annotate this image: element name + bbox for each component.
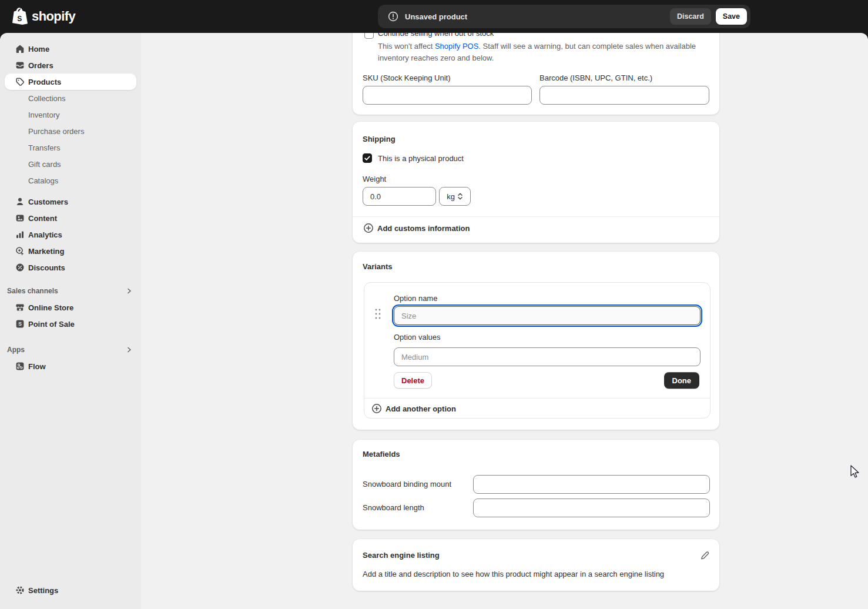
discard-button[interactable]: Discard	[670, 8, 711, 25]
sidebar-item-label: Analytics	[28, 230, 62, 239]
option-values-label: Option values	[394, 333, 441, 342]
sidebar-item-label: Discounts	[28, 263, 65, 272]
sidebar-item-label: Marketing	[28, 247, 64, 256]
sidebar-item-flow[interactable]: Flow	[5, 358, 136, 374]
done-button[interactable]: Done	[664, 372, 700, 389]
sidebar-item-label: Online Store	[28, 303, 73, 312]
add-customs-label: Add customs information	[377, 224, 470, 233]
chevron-right-icon	[126, 287, 133, 295]
option-name-label: Option name	[394, 294, 437, 303]
home-icon	[15, 44, 25, 53]
sidebar-section-sales-channels[interactable]: Sales channels	[0, 283, 141, 299]
sidebar-item-label: Content	[28, 214, 57, 223]
weight-input[interactable]	[363, 187, 436, 206]
discard-label: Discard	[677, 12, 704, 21]
physical-product-label: This is a physical product	[378, 154, 464, 163]
sidebar-item-purchase-orders[interactable]: Purchase orders	[5, 123, 136, 139]
flow-icon	[15, 362, 25, 371]
snowboard-binding-mount-input[interactable]	[473, 475, 710, 494]
sidebar-item-label: Home	[28, 45, 49, 53]
chevron-right-icon	[126, 346, 133, 353]
sidebar-item-label: Products	[28, 78, 61, 86]
content-icon	[15, 213, 25, 223]
settings-icon	[15, 585, 25, 595]
section-label: Apps	[7, 346, 25, 354]
sidebar-item-content[interactable]: Content	[5, 210, 136, 226]
sidebar-item-catalogs[interactable]: Catalogs	[5, 172, 136, 189]
sidebar-item-label: Orders	[28, 61, 53, 70]
discounts-icon	[15, 263, 25, 272]
weight-unit-select[interactable]: kg	[439, 187, 471, 206]
delete-label: Delete	[401, 376, 424, 385]
shipping-card: Shipping This is a physical product Weig…	[353, 122, 719, 243]
alert-icon	[387, 11, 399, 22]
pos-note-before: This won't affect	[378, 42, 435, 51]
delete-option-button[interactable]: Delete	[394, 372, 432, 389]
sku-input[interactable]	[363, 86, 532, 105]
metafields-title: Metafields	[363, 450, 400, 459]
shipping-divider	[353, 216, 719, 217]
save-button[interactable]: Save	[716, 8, 747, 25]
option-value-input[interactable]	[394, 347, 701, 366]
variant-option-editor: Option name Option values Delete Done Ad…	[364, 282, 711, 419]
add-another-option-button[interactable]: Add another option	[371, 403, 456, 414]
variants-card: Variants Option name Option values Delet…	[353, 252, 719, 430]
sku-label: SKU (Stock Keeping Unit)	[363, 73, 451, 82]
sidebar-item-transfers[interactable]: Transfers	[5, 139, 136, 156]
sidebar-item-home[interactable]: Home	[5, 41, 136, 57]
metafield-label: Snowboard binding mount	[363, 475, 451, 494]
sidebar-item-label: Purchase orders	[28, 127, 84, 136]
sidebar-section-apps[interactable]: Apps	[0, 342, 141, 358]
shopify-pos-link[interactable]: Shopify POS	[435, 42, 478, 51]
seo-card: Search engine listing Add a title and de…	[353, 539, 719, 591]
option-name-input[interactable]	[394, 306, 701, 325]
section-label: Sales channels	[7, 287, 58, 295]
plus-circle-icon	[371, 403, 382, 414]
point-of-sale-icon: S	[15, 319, 25, 329]
sidebar-item-orders[interactable]: Orders	[5, 57, 136, 73]
weight-unit-value: kg	[447, 192, 455, 201]
sidebar-item-label: Point of Sale	[28, 320, 75, 329]
sidebar-item-label: Inventory	[28, 111, 59, 119]
sidebar-item-label: Transfers	[28, 143, 60, 152]
banner-message: Unsaved product	[405, 12, 670, 21]
edit-seo-button[interactable]	[698, 549, 711, 562]
svg-text:S: S	[18, 321, 22, 327]
sidebar-item-online-store[interactable]: Online Store	[5, 299, 136, 316]
sidebar-item-products[interactable]: Products	[5, 73, 136, 90]
pencil-icon	[700, 551, 709, 560]
customers-icon	[15, 197, 25, 206]
barcode-input[interactable]	[539, 86, 709, 105]
shopify-logo[interactable]: S shopify	[12, 8, 75, 25]
shopify-wordmark: shopify	[32, 9, 75, 24]
products-icon	[15, 77, 25, 86]
sidebar-item-point-of-sale[interactable]: S Point of Sale	[5, 316, 136, 332]
sidebar-item-discounts[interactable]: Discounts	[5, 259, 136, 276]
sidebar-item-inventory[interactable]: Inventory	[5, 106, 136, 123]
sidebar-item-label: Gift cards	[28, 160, 61, 169]
sidebar-item-gift-cards[interactable]: Gift cards	[5, 156, 136, 172]
sidebar-item-settings[interactable]: Settings	[5, 582, 136, 598]
sidebar-item-label: Flow	[28, 362, 46, 371]
analytics-icon	[15, 230, 25, 239]
variants-title: Variants	[363, 262, 393, 271]
checkmark-icon	[364, 155, 371, 162]
snowboard-length-input[interactable]	[473, 498, 710, 517]
barcode-label: Barcode (ISBN, UPC, GTIN, etc.)	[539, 73, 652, 82]
done-label: Done	[672, 376, 692, 385]
sidebar-item-marketing[interactable]: Marketing	[5, 243, 136, 259]
drag-handle-icon[interactable]	[374, 307, 382, 320]
sidebar-item-analytics[interactable]: Analytics	[5, 226, 136, 243]
topbar: S shopify Unsaved product Discard Save	[0, 0, 868, 33]
online-store-icon	[15, 303, 25, 312]
add-customs-button[interactable]: Add customs information	[363, 223, 470, 233]
metafields-card: Metafields Snowboard binding mount Snowb…	[353, 440, 719, 530]
sidebar-item-customers[interactable]: Customers	[5, 193, 136, 210]
sidebar-item-label: Catalogs	[28, 176, 58, 185]
unsaved-product-banner: Unsaved product Discard Save	[378, 5, 750, 28]
physical-product-checkbox[interactable]	[363, 153, 372, 163]
sidebar-item-collections[interactable]: Collections	[5, 90, 136, 106]
sidebar-item-label: Settings	[28, 586, 58, 595]
pos-note: This won't affect Shopify POS. Staff wil…	[378, 41, 698, 64]
plus-circle-icon	[363, 223, 374, 233]
